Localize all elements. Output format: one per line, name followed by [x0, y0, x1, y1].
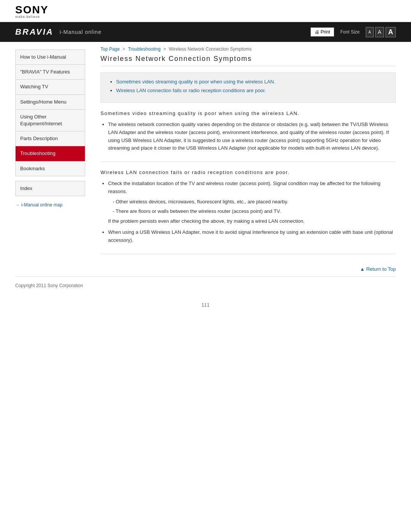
section-2-sublist: Other wireless devices, microwaves, fluo…: [108, 198, 396, 216]
main-layout: How to Use i-Manual "BRAVIA" TV Features…: [0, 42, 411, 276]
section-2-heading: Wireless LAN connection fails or radio r…: [100, 169, 396, 175]
breadcrumb-troubleshooting[interactable]: Troubleshooting: [128, 46, 161, 52]
footer: Copyright 2011 Sony Corporation: [0, 277, 411, 294]
tagline: make.believe: [15, 15, 396, 19]
return-to-top-link[interactable]: ▲ Return to Top: [360, 266, 396, 272]
sidebar-item-index[interactable]: Index: [16, 181, 85, 196]
section-1-list: The wireless network connection quality …: [100, 121, 396, 152]
return-top-label: Return to Top: [366, 266, 396, 272]
return-top-icon: ▲: [360, 266, 366, 272]
section-2-sub-2: There are floors or walls between the wi…: [108, 208, 396, 216]
map-link-label: i-Manual online map: [21, 202, 62, 208]
sidebar-item-bookmarks[interactable]: Bookmarks: [16, 161, 85, 176]
sony-wordmark: SONY: [15, 5, 396, 15]
sidebar-item-troubleshooting[interactable]: Troubleshooting: [16, 146, 85, 161]
breadcrumb-sep2: >: [163, 46, 166, 52]
summary-box: Sometimes video streaming quality is poo…: [100, 72, 396, 103]
font-size-medium-button[interactable]: A: [375, 27, 384, 37]
top-header: SONY make.believe: [0, 0, 411, 22]
page-number: 111: [0, 294, 411, 315]
print-icon: 🖨: [315, 29, 319, 35]
sidebar-item-bravia-features[interactable]: "BRAVIA" TV Features: [16, 65, 85, 80]
section-2-bullet-1: Check the installation location of the T…: [108, 180, 396, 225]
summary-link-1[interactable]: Sometimes video streaming quality is poo…: [116, 79, 275, 85]
summary-list: Sometimes video streaming quality is poo…: [108, 79, 388, 93]
copyright-text: Copyright 2011 Sony Corporation: [15, 283, 83, 288]
page-title: Wireless Network Connection Symptoms: [100, 55, 396, 66]
section-2-note: If the problem persists even after check…: [108, 217, 396, 225]
print-label: Print: [321, 29, 330, 35]
font-size-label: Font Size: [340, 29, 360, 35]
bravia-right: 🖨 Print Font Size A A A: [311, 27, 396, 37]
sony-logo: SONY make.believe: [15, 5, 396, 19]
content-area: Top Page > Troubleshooting > Wireless Ne…: [91, 42, 396, 276]
bravia-bar: BRAVIA i-Manual online 🖨 Print Font Size…: [0, 22, 411, 42]
sidebar-item-settings[interactable]: Settings/Home Menu: [16, 95, 85, 110]
section-1-heading: Sometimes video streaming quality is poo…: [100, 110, 396, 116]
bravia-logo: BRAVIA: [15, 27, 54, 37]
sidebar-item-how-to-use[interactable]: How to Use i-Manual: [16, 50, 85, 65]
bravia-subtitle: i-Manual online: [60, 29, 102, 35]
sidebar-item-watching-tv[interactable]: Watching TV: [16, 80, 85, 94]
summary-item-1: Sometimes video streaming quality is poo…: [116, 79, 388, 85]
imanual-map-link[interactable]: → i-Manual online map: [15, 201, 85, 209]
sidebar-index: Index: [15, 181, 85, 196]
sidebar-nav: How to Use i-Manual "BRAVIA" TV Features…: [15, 50, 85, 176]
breadcrumb-top-page[interactable]: Top Page: [100, 46, 120, 52]
section-2-sub-1: Other wireless devices, microwaves, fluo…: [108, 198, 396, 206]
summary-item-2: Wireless LAN connection fails or radio r…: [116, 88, 388, 93]
sidebar-item-equipment[interactable]: Using Other Equipment/Internet: [16, 110, 85, 131]
font-size-controls: A A A: [366, 27, 396, 37]
font-size-large-button[interactable]: A: [386, 27, 396, 37]
breadcrumb-sep1: >: [123, 46, 125, 52]
font-size-small-button[interactable]: A: [366, 27, 374, 37]
section-1: Sometimes video streaming quality is poo…: [100, 110, 396, 162]
return-to-top: ▲ Return to Top: [100, 262, 396, 276]
summary-link-2[interactable]: Wireless LAN connection fails or radio r…: [116, 88, 266, 93]
print-button[interactable]: 🖨 Print: [311, 27, 335, 37]
bravia-left: BRAVIA i-Manual online: [15, 27, 102, 37]
breadcrumb-current: Wireless Network Connection Symptoms: [169, 46, 252, 52]
section-2-list: Check the installation location of the T…: [100, 180, 396, 244]
section-2-bullet-2: When using a USB Wireless LAN Adapter, m…: [108, 228, 396, 244]
sidebar-item-parts[interactable]: Parts Description: [16, 131, 85, 146]
arrow-icon: →: [15, 202, 20, 208]
sidebar: How to Use i-Manual "BRAVIA" TV Features…: [15, 42, 91, 276]
section-2: Wireless LAN connection fails or radio r…: [100, 169, 396, 254]
breadcrumb: Top Page > Troubleshooting > Wireless Ne…: [100, 42, 396, 55]
section-1-bullet-1: The wireless network connection quality …: [108, 121, 396, 152]
